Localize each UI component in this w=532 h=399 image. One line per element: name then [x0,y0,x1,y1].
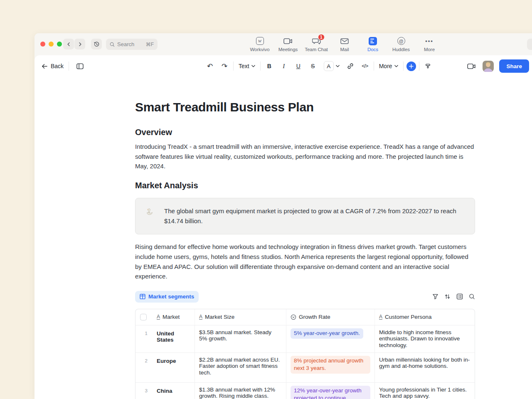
unread-badge: 1 [318,34,325,40]
select-type-icon [291,314,296,320]
market-size-cell[interactable]: $1.3B annual market with 12% growth. Ris… [195,383,286,399]
divider [69,62,69,71]
text-type-icon: A [379,314,382,320]
column-header-growth-rate[interactable]: Growth Rate [286,309,374,325]
market-cell[interactable]: China [153,383,195,399]
global-search-input[interactable]: Search ⌘F [106,39,158,50]
overview-paragraph[interactable]: Introducing TreadX - a smart treadmill w… [135,142,475,171]
growth-rate-cell[interactable]: 8% projected annual growth next 3 years. [286,353,374,382]
table-tab-market-segments[interactable]: Market segments [135,291,199,303]
nav-item-meetings[interactable]: Meetings [274,37,302,52]
start-meeting-button[interactable] [466,60,477,72]
nav-item-workvivo[interactable]: w Workvivo [246,37,274,52]
table-row[interactable]: 2 Europe $2.2B annual market across EU. … [135,352,475,382]
forward-nav-button[interactable] [74,39,85,49]
nav-label: Meetings [278,47,298,52]
nav-label: Huddles [392,47,410,52]
market-size-cell[interactable]: $2.2B annual market across EU. Faster ad… [195,353,286,382]
italic-button[interactable]: I [278,60,290,72]
nav-label: Docs [367,47,378,52]
code-button[interactable]: </> [359,60,371,72]
titlebar-cutoff-button[interactable] [527,39,532,50]
history-clock-icon [94,41,100,47]
minimize-window-button[interactable] [49,42,54,47]
divider [260,62,261,71]
insert-plus-button[interactable] [406,62,416,71]
close-window-button[interactable] [40,42,45,47]
market-cell[interactable]: United States [153,325,195,352]
bold-button[interactable]: B [264,60,275,72]
sort-icon[interactable] [444,293,451,300]
table-row[interactable]: 1 United States $3.5B annual market. Ste… [135,325,475,352]
chevron-down-icon [251,65,255,67]
strikethrough-button[interactable]: S [307,60,319,72]
customer-persona-cell[interactable]: Urban millennials looking for both in-gy… [374,353,475,382]
back-nav-button[interactable] [63,39,74,49]
history-button[interactable] [91,39,102,49]
overview-heading[interactable]: Overview [135,128,475,137]
chevron-down-icon [336,65,340,67]
divider [403,62,404,71]
market-segments-table: AMarket AMarket Size Growth Rate ACustom… [135,309,475,399]
growth-rate-cell[interactable]: 5% year-over-year growth. [286,325,374,352]
back-label: Back [51,63,64,69]
filter-icon[interactable] [432,293,438,300]
column-header-market[interactable]: AMarket [153,309,195,325]
chevron-right-icon [78,42,82,47]
nav-item-more[interactable]: ••• More [415,37,443,52]
growth-tag: 8% projected annual growth next 3 years. [291,356,370,374]
search-icon[interactable] [469,293,475,300]
customer-persona-cell[interactable]: Young professionals in Tier 1 cities. Te… [374,383,475,399]
share-button[interactable]: Share [499,59,529,73]
format-pin-icon [425,63,431,69]
doc-toolbar: Back ↶ ↷ Text B I U S [34,55,532,77]
text-style-dropdown[interactable]: Text [236,63,257,69]
undo-button[interactable]: ↶ [204,60,216,72]
market-cell[interactable]: Europe [153,353,195,382]
callout-block[interactable]: The global smart gym equipment market is… [135,198,475,234]
more-dropdown[interactable]: More [377,63,400,69]
link-button[interactable] [345,60,356,72]
redo-button[interactable]: ↷ [219,60,230,72]
video-camera-icon [467,63,476,69]
column-header-customer-persona[interactable]: ACustomer Persona [374,309,475,325]
workspace-nav: w Workvivo Meetings 1 Team Chat [246,37,443,52]
text-type-icon: A [157,314,160,320]
search-shortcut: ⌘F [146,42,154,47]
nav-item-huddles[interactable]: @ Huddles [387,37,415,52]
underline-button[interactable]: U [293,60,304,72]
zoom-window-button[interactable] [57,42,62,47]
at-circle-icon: @ [397,37,405,45]
nav-item-team-chat[interactable]: 1 Team Chat [302,37,330,52]
text-color-dropdown[interactable]: A [322,61,342,71]
doc-panel: Back ↶ ↷ Text B I U S [34,55,532,399]
search-icon [110,42,115,47]
ellipsis-icon: ••• [425,38,433,44]
nav-item-docs[interactable]: Docs [359,37,387,52]
select-all-checkbox[interactable] [140,314,147,320]
user-avatar[interactable] [483,61,494,72]
sidebar-toggle-icon[interactable] [74,60,86,72]
growth-tag: 5% year-over-year growth. [291,328,363,339]
chat-bubbles-icon: 1 [312,37,321,45]
growth-rate-cell[interactable]: 12% year-over-year growth projected to c… [286,383,374,399]
back-button[interactable]: Back [42,63,64,69]
chevron-left-icon [66,42,71,47]
text-style-label: Text [239,63,249,69]
document-icon [369,37,377,45]
traffic-lights [40,42,62,47]
nav-item-mail[interactable]: Mail [330,37,359,52]
app-window: Search ⌘F w Workvivo Meetings 1 Team Cha… [34,33,532,399]
row-number: 1 [135,325,153,352]
market-paragraph[interactable]: Rising demand for effective home workout… [135,242,475,281]
format-pin-button[interactable] [422,60,434,72]
table-row[interactable]: 3 China $1.3B annual market with 12% gro… [135,382,475,399]
customer-persona-cell[interactable]: Middle to high income fitness enthusiast… [374,325,475,352]
doc-title[interactable]: Smart Treadmill Business Plan [135,100,475,115]
board-view-icon[interactable] [456,293,463,300]
text-color-label: A [324,61,334,71]
market-analysis-heading[interactable]: Market Analysis [135,181,475,190]
envelope-icon [340,37,349,45]
market-size-cell[interactable]: $3.5B annual market. Steady 5% growth. [195,325,286,352]
column-header-market-size[interactable]: AMarket Size [195,309,286,325]
